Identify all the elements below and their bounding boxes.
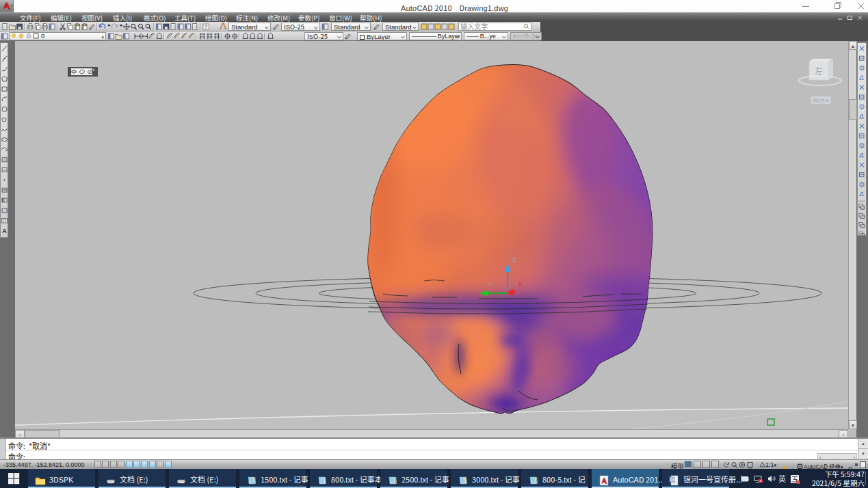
svg-text:?: ?: [205, 24, 208, 30]
svg-text:X: X: [518, 281, 523, 288]
svg-text:Y: Y: [488, 281, 492, 288]
svg-text:0: 0: [41, 33, 44, 40]
svg-text:英: 英: [778, 474, 786, 484]
svg-text:左: 左: [815, 65, 823, 77]
svg-text:Z: Z: [512, 256, 516, 263]
svg-text:A: A: [2, 228, 7, 234]
